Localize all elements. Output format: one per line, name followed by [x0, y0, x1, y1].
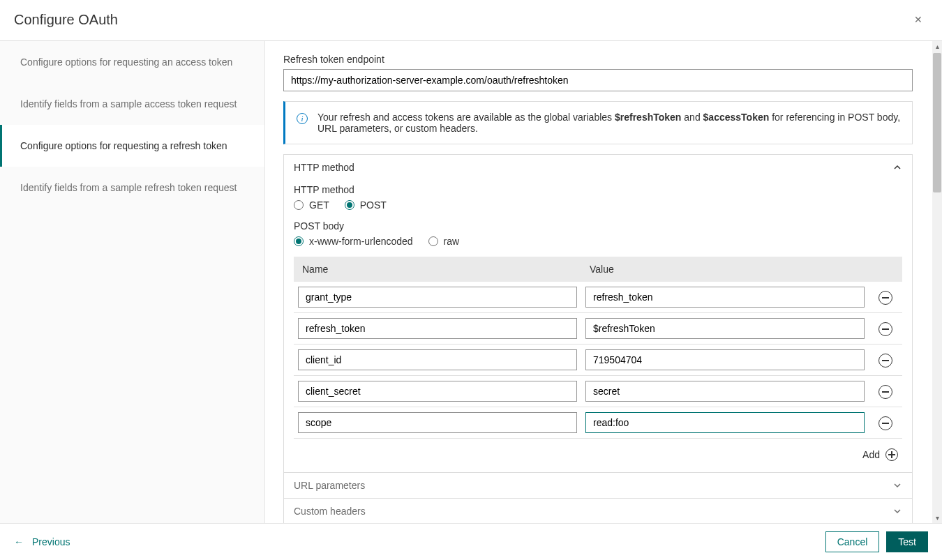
param-value-input[interactable]: [585, 287, 865, 308]
main-panel: Refresh token endpoint i Your refresh an…: [265, 41, 942, 523]
remove-row-icon[interactable]: [879, 385, 892, 399]
cancel-button[interactable]: Cancel: [825, 531, 880, 552]
chevron-down-icon: [892, 506, 902, 516]
add-row[interactable]: Add: [294, 439, 902, 461]
url-parameters-header[interactable]: URL parameters: [284, 473, 912, 498]
param-name-input[interactable]: [298, 381, 577, 402]
info-text: Your refresh and access tokens are avail…: [317, 112, 901, 134]
chevron-up-icon: [892, 162, 902, 172]
param-name-input[interactable]: [298, 412, 577, 433]
table-row: [294, 313, 902, 345]
table-row: [294, 345, 902, 376]
radio-dot-icon: [294, 236, 304, 246]
url-parameters-title: URL parameters: [294, 480, 365, 491]
wizard-sidebar: Configure options for requesting an acce…: [0, 41, 265, 523]
radio-raw[interactable]: raw: [428, 236, 460, 247]
chevron-down-icon: [892, 480, 902, 490]
http-method-panel-header[interactable]: HTTP method: [284, 155, 912, 180]
custom-headers-panel: Custom headers: [283, 499, 913, 523]
scroll-down-icon[interactable]: ▾: [936, 513, 939, 523]
param-value-input[interactable]: [585, 412, 865, 433]
endpoint-input[interactable]: [283, 69, 913, 91]
radio-dot-icon: [428, 236, 438, 246]
post-body-table: Name Value: [294, 257, 902, 461]
modal-header: Configure OAuth ✕: [0, 0, 942, 41]
custom-headers-header[interactable]: Custom headers: [284, 499, 912, 523]
radio-dot-icon: [345, 200, 354, 210]
post-body-label: POST body: [294, 220, 902, 232]
table-header: Name Value: [294, 257, 902, 282]
scrollbar[interactable]: ▴ ▾: [932, 41, 942, 523]
table-row: [294, 376, 902, 407]
http-method-panel-title: HTTP method: [294, 162, 354, 173]
modal-title: Configure OAuth: [14, 12, 118, 28]
previous-link[interactable]: ← Previous: [14, 536, 70, 547]
add-label: Add: [862, 449, 880, 460]
sidebar-step-refresh-token-config[interactable]: Configure options for requesting a refre…: [0, 125, 264, 167]
param-name-input[interactable]: [298, 318, 577, 339]
scroll-up-icon[interactable]: ▴: [936, 41, 939, 52]
col-value: Value: [581, 264, 869, 275]
endpoint-label: Refresh token endpoint: [283, 54, 913, 65]
post-body-radios: x-www-form-urlencoded raw: [294, 236, 902, 247]
param-value-input[interactable]: [585, 318, 865, 339]
scroll-thumb[interactable]: [933, 53, 941, 192]
test-button[interactable]: Test: [886, 531, 928, 552]
table-row: [294, 407, 902, 439]
modal-body: Configure options for requesting an acce…: [0, 41, 942, 524]
radio-post[interactable]: POST: [345, 199, 387, 211]
remove-row-icon[interactable]: [879, 354, 892, 368]
radio-dot-icon: [294, 200, 304, 210]
param-value-input[interactable]: [585, 349, 865, 370]
custom-headers-title: Custom headers: [294, 506, 366, 517]
oauth-config-modal: Configure OAuth ✕ Configure options for …: [0, 0, 942, 560]
url-parameters-panel: URL parameters: [283, 473, 913, 499]
http-method-panel-body: HTTP method GET POST POST body: [284, 180, 912, 472]
http-method-label: HTTP method: [294, 184, 902, 195]
radio-get[interactable]: GET: [294, 199, 329, 211]
sidebar-step-access-token-fields[interactable]: Identify fields from a sample access tok…: [0, 83, 264, 125]
radio-form-urlencoded[interactable]: x-www-form-urlencoded: [294, 236, 413, 247]
param-value-input[interactable]: [585, 381, 865, 402]
col-name: Name: [294, 264, 581, 275]
footer-buttons: Cancel Test: [825, 531, 928, 552]
http-method-radios: GET POST: [294, 199, 902, 211]
sidebar-step-refresh-token-fields[interactable]: Identify fields from a sample refresh to…: [0, 167, 264, 209]
http-method-panel: HTTP method HTTP method GET P: [283, 154, 913, 473]
remove-row-icon[interactable]: [879, 416, 892, 430]
info-callout: i Your refresh and access tokens are ava…: [283, 101, 913, 144]
plus-circle-icon: [885, 448, 898, 461]
sidebar-step-access-token-config[interactable]: Configure options for requesting an acce…: [0, 41, 264, 83]
modal-footer: ← Previous Cancel Test: [0, 524, 942, 560]
remove-row-icon[interactable]: [879, 291, 892, 305]
remove-row-icon[interactable]: [879, 322, 892, 336]
arrow-left-icon: ←: [14, 536, 24, 547]
param-name-input[interactable]: [298, 287, 577, 308]
info-icon: i: [297, 113, 308, 124]
close-icon[interactable]: ✕: [909, 11, 928, 28]
param-name-input[interactable]: [298, 349, 577, 370]
table-row: [294, 282, 902, 313]
